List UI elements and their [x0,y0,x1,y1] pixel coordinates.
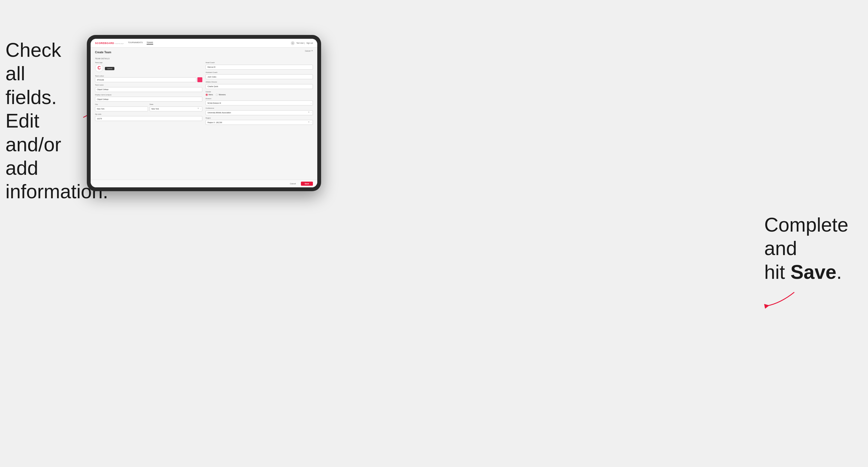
city-state-row: City State New York ✕ ⌄ [95,103,202,112]
nav-tournaments[interactable]: TOURNAMENTS [128,41,143,44]
team-name-label: Team name [95,84,202,86]
close-icon: ✕ [311,50,313,52]
conference-select[interactable]: University Athletic Association [206,110,313,115]
gender-label: Gender [206,91,313,93]
team-colour-label: Team colour [95,75,202,77]
state-label: State [150,103,203,105]
brand-sub: Powered by clippd [115,43,124,44]
form-footer: Cancel Save [91,180,317,187]
form-left-col: Team logo C Upload Team colour [95,62,202,127]
team-name-input[interactable] [95,87,202,92]
team-logo-label: Team logo [95,62,202,63]
upload-button[interactable]: Upload [105,67,115,70]
colour-input-row [95,77,202,82]
nav-teams[interactable]: TEAMS [147,41,153,44]
form-right-col: Head Coach Assistant Coach Athletic Dire… [206,62,313,127]
division-select[interactable]: NCAA Division III [206,100,313,105]
head-coach-field: Head Coach [206,62,313,70]
city-field: City [95,103,148,112]
head-coach-label: Head Coach [206,62,313,63]
region-clear-icon[interactable]: ✕ [308,121,310,123]
gender-mens-radio[interactable] [206,94,208,96]
athletic-director-label: Athletic Director [206,81,313,83]
tablet-screen: SCOREBOARD Powered by clippd TOURNAMENTS… [91,39,317,187]
navbar-links: TOURNAMENTS TEAMS [128,41,291,44]
region-select[interactable]: Region II - (M) DIII [206,120,313,125]
team-logo-section: Team logo C Upload [95,62,202,73]
display-name-field: Display name (unique) [95,94,202,102]
annotation-right: Complete and hit Save. [764,213,863,284]
gender-womens-label: Womens [219,94,226,96]
tablet-device: SCOREBOARD Powered by clippd TOURNAMENTS… [87,35,321,191]
gender-field: Gender Mens Womens [206,91,313,96]
division-label: Division [206,98,313,99]
logo-preview: C [95,64,103,72]
display-name-label: Display name (unique) [95,94,202,96]
athletic-director-field: Athletic Director [206,81,313,89]
annotation-left-line2: Edit and/or add [5,110,61,179]
head-coach-input[interactable] [206,65,313,70]
zip-label: Zip code [95,113,202,115]
conference-label: Conference [206,107,313,109]
logo-letter: C [97,66,101,70]
state-field: State New York ✕ ⌄ [150,103,203,112]
region-label: Region [206,117,313,119]
annotation-right-end: . [836,261,842,283]
color-swatch[interactable] [197,77,202,82]
annotation-right-line2: hit [764,261,785,283]
assistant-coach-label: Assistant Coach [206,71,313,73]
user-label: Test User | [296,42,305,44]
cancel-top-button[interactable]: Cancel ✕ [305,50,313,52]
display-name-input[interactable] [95,97,202,102]
state-select[interactable]: New York [150,106,203,112]
section-title: TEAM DETAILS [95,58,313,60]
navbar-right: U Test User | Sign out [291,41,313,45]
city-label: City [95,103,148,105]
team-colour-field: Team colour [95,75,202,82]
cancel-button[interactable]: Cancel [287,182,299,186]
form-columns: Team logo C Upload Team colour [95,62,313,127]
logo-row: C Upload [95,64,202,73]
nav-tabs: TOURNAMENTS TEAMS [124,41,291,44]
team-colour-input[interactable] [95,77,196,82]
athletic-director-input[interactable] [206,84,313,89]
team-name-field: Team name [95,84,202,92]
annotation-left: Check all fields. Edit and/or add inform… [5,38,82,204]
state-select-wrapper: New York ✕ ⌄ [150,106,203,112]
state-clear-icon[interactable]: ✕ [197,107,199,110]
gender-mens-option[interactable]: Mens [206,94,213,96]
brand-name: SCOREBOARD [95,42,114,44]
gender-womens-option[interactable]: Womens [216,94,226,96]
arrow-right-icon [764,289,797,311]
gender-mens-label: Mens [209,94,213,96]
division-select-wrapper: NCAA Division III ⌄ [206,100,313,106]
annotation-left-line1: Check all fields. [5,39,61,108]
page-title: Create Team [95,51,111,54]
region-field: Region Region II - (M) DIII ✕ ⌄ [206,117,313,125]
city-input[interactable] [95,106,148,112]
assistant-coach-field: Assistant Coach [206,71,313,80]
zip-field: Zip code [95,113,202,121]
conference-field: Conference University Athletic Associati… [206,107,313,115]
gender-radio-group: Mens Womens [206,94,313,96]
conference-clear-icon[interactable]: ✕ [308,111,310,113]
brand-logo: SCOREBOARD Powered by clippd [95,42,124,44]
save-button[interactable]: Save [301,182,313,186]
division-field: Division NCAA Division III ⌄ [206,98,313,106]
gender-womens-radio[interactable] [216,94,218,96]
page-header-row: Create Team Cancel ✕ [95,51,313,56]
signout-link[interactable]: Sign out [306,42,313,44]
conference-select-wrapper: University Athletic Association ✕ ⌄ [206,110,313,115]
zip-input[interactable] [95,116,202,121]
navbar: SCOREBOARD Powered by clippd TOURNAMENTS… [91,39,317,48]
assistant-coach-input[interactable] [206,74,313,79]
region-select-wrapper: Region II - (M) DIII ✕ ⌄ [206,119,313,125]
page-content: Create Team Cancel ✕ TEAM DETAILS Team l… [91,48,317,180]
annotation-right-bold: Save [790,261,836,283]
annotation-right-line1: Complete and [764,214,848,259]
user-avatar: U [291,41,294,45]
